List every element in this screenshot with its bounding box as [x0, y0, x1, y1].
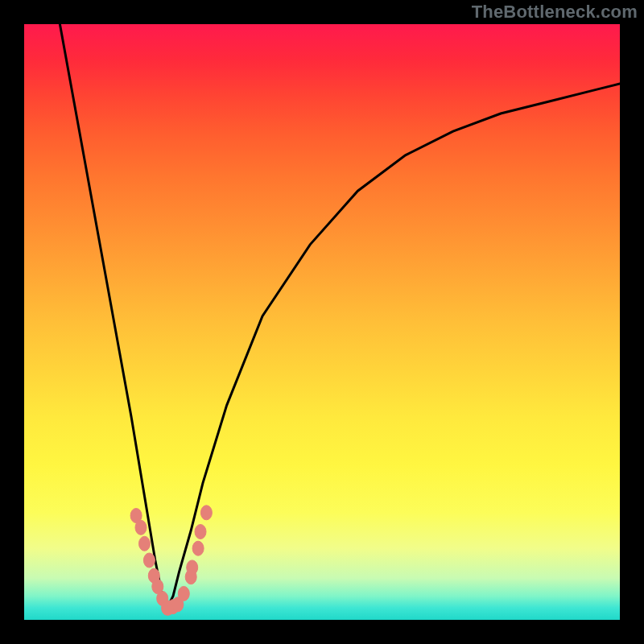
gradient-background: [24, 24, 620, 620]
watermark-text: TheBottleneck.com: [472, 2, 638, 23]
chart-root: TheBottleneck.com: [0, 0, 644, 644]
